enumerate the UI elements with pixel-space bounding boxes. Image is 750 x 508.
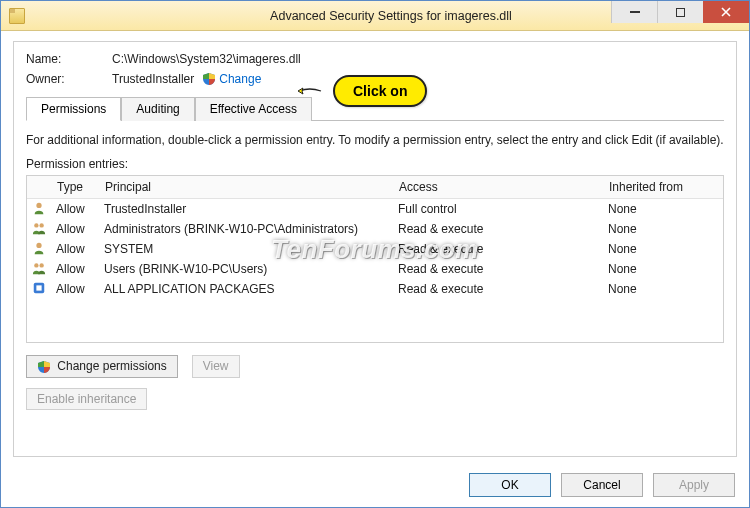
close-button[interactable] — [703, 1, 749, 23]
svg-rect-7 — [36, 285, 41, 290]
enable-inheritance-button: Enable inheritance — [26, 388, 147, 410]
principal-icon — [32, 244, 46, 258]
table-row[interactable]: AllowSYSTEMRead & executeNone — [27, 239, 723, 259]
shield-icon — [202, 72, 216, 86]
cell-type: Allow — [51, 222, 99, 236]
shield-icon — [37, 360, 51, 374]
svg-point-0 — [36, 202, 41, 207]
tab-auditing[interactable]: Auditing — [121, 97, 194, 121]
svg-point-1 — [34, 223, 38, 227]
svg-point-5 — [39, 263, 43, 267]
cell-access: Full control — [393, 202, 603, 216]
change-permissions-button[interactable]: Change permissions — [26, 355, 178, 378]
cell-type: Allow — [51, 262, 99, 276]
owner-value: TrustedInstaller — [112, 72, 194, 86]
apply-button: Apply — [653, 473, 735, 497]
col-access[interactable]: Access — [393, 176, 603, 198]
owner-label: Owner: — [26, 72, 112, 86]
principal-icon — [32, 264, 46, 278]
entries-label: Permission entries: — [26, 157, 724, 171]
cell-access: Read & execute — [393, 282, 603, 296]
name-value: C:\Windows\System32\imageres.dll — [112, 52, 301, 66]
svg-point-2 — [39, 223, 43, 227]
cancel-button[interactable]: Cancel — [561, 473, 643, 497]
cell-principal: SYSTEM — [99, 242, 393, 256]
table-row[interactable]: AllowALL APPLICATION PACKAGESRead & exec… — [27, 279, 723, 299]
principal-icon — [32, 224, 46, 238]
view-button: View — [192, 355, 240, 378]
table-row[interactable]: AllowTrustedInstallerFull controlNone — [27, 199, 723, 219]
svg-point-3 — [36, 242, 41, 247]
cell-inherited: None — [603, 262, 723, 276]
cell-access: Read & execute — [393, 242, 603, 256]
folder-icon — [9, 8, 25, 24]
security-settings-window: Advanced Security Settings for imageres.… — [0, 0, 750, 508]
tab-permissions[interactable]: Permissions — [26, 97, 121, 121]
principal-icon — [32, 284, 46, 298]
cell-inherited: None — [603, 282, 723, 296]
cell-principal: Administrators (BRINK-W10-PC\Administrat… — [99, 222, 393, 236]
content-panel: Name: C:\Windows\System32\imageres.dll O… — [13, 41, 737, 457]
cell-inherited: None — [603, 202, 723, 216]
cell-inherited: None — [603, 222, 723, 236]
svg-point-4 — [34, 263, 38, 267]
change-owner-link[interactable]: Change — [219, 72, 261, 86]
cell-principal: Users (BRINK-W10-PC\Users) — [99, 262, 393, 276]
cell-inherited: None — [603, 242, 723, 256]
permissions-grid[interactable]: Type Principal Access Inherited from All… — [26, 175, 724, 343]
name-label: Name: — [26, 52, 112, 66]
cell-principal: TrustedInstaller — [99, 202, 393, 216]
cell-type: Allow — [51, 242, 99, 256]
cell-type: Allow — [51, 282, 99, 296]
cell-access: Read & execute — [393, 262, 603, 276]
cell-principal: ALL APPLICATION PACKAGES — [99, 282, 393, 296]
tab-effective-access[interactable]: Effective Access — [195, 97, 312, 121]
table-row[interactable]: AllowUsers (BRINK-W10-PC\Users)Read & ex… — [27, 259, 723, 279]
titlebar: Advanced Security Settings for imageres.… — [1, 1, 749, 31]
tabs: Permissions Auditing Effective Access — [26, 96, 724, 121]
minimize-button[interactable] — [611, 1, 657, 23]
cell-access: Read & execute — [393, 222, 603, 236]
principal-icon — [32, 204, 46, 218]
info-text: For additional information, double-click… — [26, 133, 724, 147]
table-row[interactable]: AllowAdministrators (BRINK-W10-PC\Admini… — [27, 219, 723, 239]
cell-type: Allow — [51, 202, 99, 216]
maximize-button[interactable] — [657, 1, 703, 23]
ok-button[interactable]: OK — [469, 473, 551, 497]
col-type[interactable]: Type — [51, 176, 99, 198]
col-principal[interactable]: Principal — [99, 176, 393, 198]
col-inherited[interactable]: Inherited from — [603, 176, 723, 198]
